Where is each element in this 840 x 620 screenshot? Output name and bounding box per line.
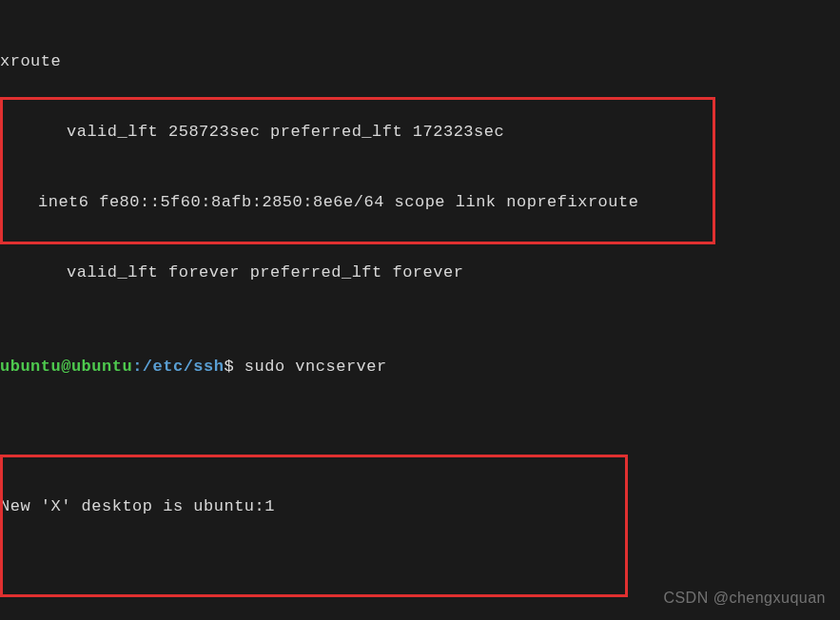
terminal-window[interactable]: xroute valid_lft 258723sec preferred_lft… [0,4,840,620]
network-output: xroute [0,50,840,74]
vnc-output: New 'X' desktop is ubuntu:1 [0,495,840,519]
prompt-line: ubuntu@ubuntu:/etc/ssh$ sudo vncserver [0,356,840,379]
network-output: inet6 fe80::5f60:8afb:2850:8e6e/64 scope… [0,191,840,215]
network-output: valid_lft 258723sec preferred_lft 172323… [0,121,840,145]
watermark-text: CSDN @chengxuquan [663,587,826,609]
command-text: sudo vncserver [244,358,387,376]
blank-line [0,426,840,450]
prompt-dollar: $ [224,358,244,376]
prompt-user: ubuntu@ubuntu [0,358,132,376]
network-output: valid_lft forever preferred_lft forever [0,262,840,285]
prompt-path: :/etc/ssh [132,358,224,376]
